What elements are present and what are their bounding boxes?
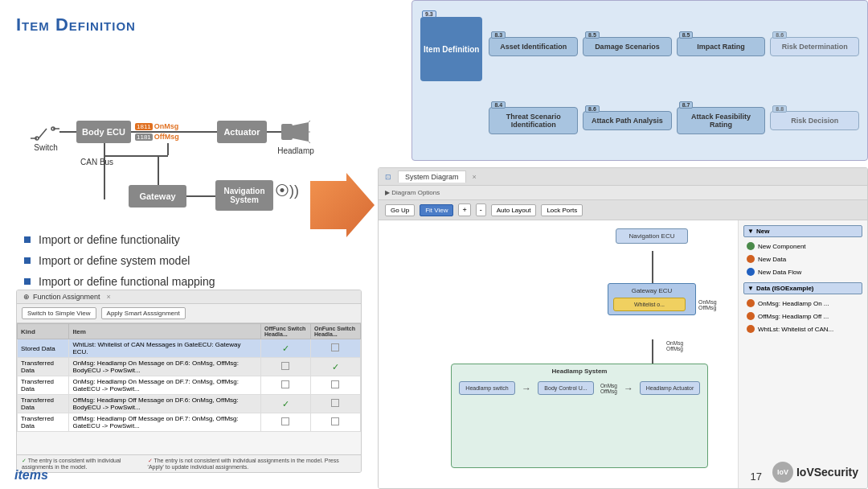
svg-line-7 [309, 142, 310, 143]
sys-diag-canvas[interactable]: Navigation ECU Gateway ECU Whitelist o..… [379, 220, 739, 489]
connector-actuator-headlamp [267, 131, 281, 133]
proc-node-attack-feasibility: 8.7 Attack Feasibility Rating [677, 107, 766, 134]
row3-kind: Transferred Data [18, 376, 69, 395]
item-definition-node: 9.3 Item Definition [420, 17, 482, 81]
proc-badge-84: 8.4 [491, 101, 506, 109]
bullet-icon-3 [24, 278, 31, 285]
row3-off-check[interactable] [260, 376, 310, 395]
row3-on-check[interactable] [310, 376, 360, 395]
proc-badge-86: 8.6 [585, 105, 600, 113]
func-panel-toolbar: Switch to Simple View Apply Smart Asssig… [17, 304, 361, 323]
func-footer: ✓ The entry is consistent with individua… [17, 454, 361, 472]
new-data-flow-item[interactable]: New Data Flow [743, 266, 862, 277]
can-bus-label: CAN Bus [80, 158, 113, 166]
sys-diag-title-bar: ⊡ System Diagram × [379, 168, 867, 186]
page-title: Item Definition [16, 14, 362, 35]
row5-kind: Transferred Data [18, 413, 69, 432]
nav-system-box: Navigation System [215, 180, 273, 211]
data-item-3[interactable]: WhtLst: Whitelist of CAN... [743, 323, 862, 335]
conn-arrow-1: → [522, 383, 531, 394]
proc-node-risk-determination: 8.6 Risk Determination [770, 37, 859, 56]
sd-headlamp-actuator: Headlamp Actuator [640, 381, 700, 395]
item-def-badge: 9.3 [422, 10, 436, 18]
col-offfunc: OffFunc Switch Headla... [260, 324, 310, 339]
connector-gateway-nav [186, 195, 215, 197]
sys-diag-body: Navigation ECU Gateway ECU Whitelist o..… [379, 220, 867, 489]
proc-badge-86-right: 8.6 [772, 31, 787, 39]
auto-layout-button[interactable]: Auto Layout [491, 204, 537, 216]
proc-node-damage-scenarios: 8.5 Damage Scenarios [583, 37, 672, 56]
row4-off-check[interactable]: ✓ [260, 395, 310, 413]
row4-kind: Transferred Data [18, 395, 69, 413]
sd-headlamp-switch: Headlamp switch [459, 381, 515, 395]
sys-diag-icon: ⊡ [385, 173, 391, 181]
proc-node-impact-rating: 8.5 Impact Rating [677, 37, 766, 56]
proc-badge-83: 8.3 [491, 31, 506, 39]
row1-kind: Stored Data [18, 339, 69, 358]
smart-assignment-button[interactable]: Apply Smart Asssignment [101, 307, 186, 319]
svg-rect-5 [281, 124, 293, 140]
lock-ports-button[interactable]: Lock Ports [541, 204, 583, 216]
row1-off-check[interactable]: ✓ [260, 339, 310, 358]
function-assignment-panel: ⊕ Function Assignment × Switch to Simple… [16, 290, 362, 473]
row2-off-check[interactable] [260, 358, 310, 376]
fit-view-button[interactable]: Fit View [420, 204, 453, 216]
msg-on-num: 1811 [135, 123, 153, 130]
new-data-item[interactable]: New Data [743, 253, 862, 265]
close-tab-icon[interactable]: × [473, 173, 477, 181]
triangle-icon-2: ▼ [747, 285, 754, 292]
func-title-icon: ⊕ [23, 293, 30, 301]
row2-kind: Transferred Data [18, 358, 69, 376]
data-item-1[interactable]: OnMsg: Headlamp On ... [743, 298, 862, 309]
sd-headlamp-system: Headlamp System Headlamp switch → Body C… [451, 364, 708, 468]
proc-node-asset-id: 8.3 Asset Identification [489, 37, 578, 56]
row2-on-check[interactable]: ✓ [310, 358, 360, 376]
proc-badge-87: 8.7 [679, 101, 694, 109]
diagram-options-label: ▶ Diagram Options [385, 189, 440, 196]
msg-on-text: OnMsg [154, 122, 179, 130]
svg-line-6 [309, 121, 310, 122]
simple-view-button[interactable]: Switch to Simple View [22, 307, 96, 319]
zoom-out-button[interactable]: - [476, 203, 486, 216]
sd-msg-tag-1: OnMsgOffMsg [698, 299, 717, 310]
page-number: 17 [751, 471, 762, 483]
sd-msg-tag-inside: OnMsgOffMsg [666, 340, 683, 351]
triangle-icon: ▼ [747, 228, 754, 235]
new-data-flow-icon [747, 268, 755, 276]
new-section-header[interactable]: ▼ New [743, 225, 862, 237]
sd-whitelist: Whitelist o... [613, 298, 686, 311]
new-component-item[interactable]: New Component [743, 240, 862, 252]
sys-diag-tab[interactable]: System Diagram [398, 171, 466, 183]
row5-on-check[interactable] [310, 413, 360, 432]
svg-line-2 [39, 129, 47, 138]
headlamp-label: Headlamp [275, 146, 317, 155]
headlamp-sys-label: Headlamp System [457, 368, 702, 375]
row4-on-check[interactable] [310, 395, 360, 413]
bullet-icon-1 [24, 236, 31, 243]
bullet-item-3: Import or define functional mapping [24, 275, 362, 288]
bullet-item-2: Import or define system model [24, 254, 362, 267]
data-item-2-icon [747, 312, 755, 320]
row5-off-check[interactable] [260, 413, 310, 432]
process-diagram: 9.3 Item Definition 8.3 Asset Identifica… [411, 0, 868, 161]
sd-msg-tag-body: OnMsgOffMsg [600, 383, 617, 394]
data-section-header[interactable]: ▼ Data (ISOExample) [743, 282, 862, 294]
proc-node-risk-decision: 8.8 Risk Decision [770, 111, 859, 130]
proc-badge-88: 8.8 [772, 105, 787, 113]
connector-switch-bodyecu [59, 131, 76, 133]
row1-on-check[interactable] [310, 339, 360, 358]
new-component-icon [747, 242, 755, 250]
bullet-list: Import or define functionality Import or… [16, 233, 362, 288]
sd-gateway-ecu: Gateway ECU Whitelist o... [608, 283, 696, 315]
orange-arrow [302, 169, 383, 241]
go-up-button[interactable]: Go Up [385, 204, 415, 216]
sys-diag-toolbar2: Go Up Fit View + - Auto Layout Lock Port… [379, 200, 867, 220]
zoom-in-button[interactable]: + [458, 203, 470, 216]
data-item-3-icon [747, 325, 755, 333]
sys-diag-right-panel: ▼ New New Component New Data New Data Fl… [739, 220, 867, 489]
data-item-2[interactable]: OffMsg: Headlamp Off ... [743, 310, 862, 322]
msg-off-text: OffMsg [154, 133, 179, 141]
switch-label: Switch [31, 143, 61, 152]
proc-node-threat-scenario: 8.4 Threat Scenario Identification [489, 107, 578, 134]
conn-arrow-2: → [624, 383, 633, 394]
